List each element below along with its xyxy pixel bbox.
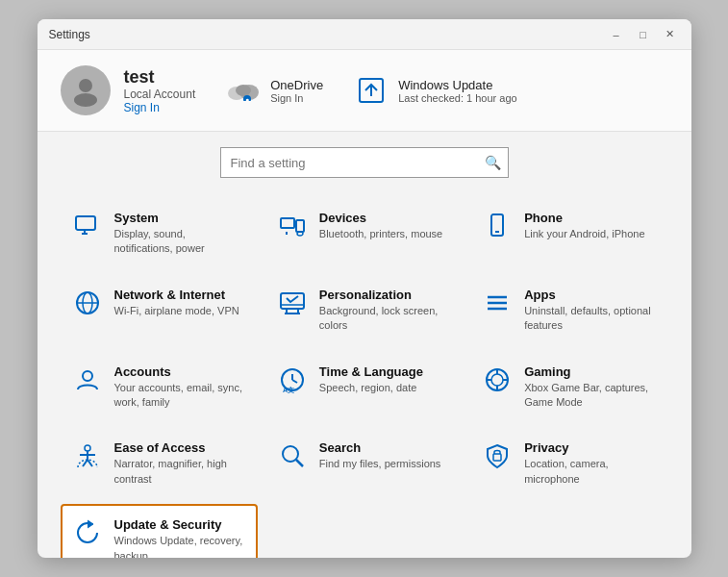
profile-account-type: Local Account [124, 88, 196, 101]
network-title: Network & Internet [114, 288, 239, 302]
phone-icon [482, 211, 513, 241]
settings-item-ease[interactable]: Ease of Access Narrator, magnifier, high… [61, 427, 258, 500]
settings-item-update[interactable]: Update & Security Windows Update, recove… [61, 504, 258, 558]
privacy-title: Privacy [524, 440, 656, 455]
ease-desc: Narrator, magnifier, high contrast [114, 457, 246, 487]
close-button[interactable]: ✕ [661, 25, 680, 44]
windows-update-icon [354, 73, 389, 108]
search-input[interactable] [220, 147, 509, 178]
ease-icon [72, 440, 103, 471]
personalization-text: Personalization Background, lock screen,… [319, 288, 451, 334]
svg-text:A文: A文 [283, 386, 294, 393]
main-content: 🔍 System Display, sound, notifications, … [38, 132, 691, 558]
devices-title: Devices [319, 211, 442, 225]
accounts-icon [72, 364, 103, 395]
svg-text:●: ● [245, 96, 249, 101]
profile-signin-link[interactable]: Sign In [124, 101, 196, 114]
network-text: Network & Internet Wi-Fi, airplane mode,… [114, 288, 239, 318]
ease-title: Ease of Access [114, 440, 246, 455]
onedrive-text: OneDrive Sign In [270, 78, 323, 104]
profile-name: test [124, 67, 196, 88]
privacy-text: Privacy Location, camera, microphone [524, 440, 656, 487]
settings-grid: System Display, sound, notifications, po… [61, 197, 668, 558]
avatar [61, 65, 111, 115]
title-bar: Settings – □ ✕ [38, 19, 691, 50]
accounts-text: Accounts Your accounts, email, sync, wor… [114, 364, 246, 411]
minimize-button[interactable]: – [607, 25, 626, 44]
search-settings-icon [277, 440, 308, 471]
time-icon: A文 [277, 364, 308, 395]
network-desc: Wi-Fi, airplane mode, VPN [114, 304, 239, 318]
profile-text: test Local Account Sign In [124, 67, 196, 114]
apps-desc: Uninstall, defaults, optional features [524, 304, 656, 334]
gaming-title: Gaming [524, 364, 656, 379]
windows-update-service[interactable]: Windows Update Last checked: 1 hour ago [354, 73, 517, 108]
search-settings-title: Search [319, 440, 441, 455]
svg-rect-9 [76, 216, 95, 230]
system-icon [72, 211, 103, 241]
maximize-button[interactable]: □ [634, 25, 653, 44]
personalization-desc: Background, lock screen, colors [319, 304, 451, 334]
system-title: System [114, 211, 246, 225]
phone-text: Phone Link your Android, iPhone [524, 211, 644, 241]
onedrive-service[interactable]: ● OneDrive Sign In [226, 73, 323, 108]
svg-point-1 [74, 93, 97, 107]
svg-line-32 [292, 380, 297, 383]
search-icon: 🔍 [485, 155, 501, 170]
system-text: System Display, sound, notifications, po… [114, 211, 246, 257]
svg-rect-12 [281, 218, 294, 228]
settings-item-search[interactable]: Search Find my files, permissions [265, 427, 463, 500]
svg-point-4 [236, 85, 251, 96]
windows-update-sub: Last checked: 1 hour ago [398, 92, 517, 104]
onedrive-sub: Sign In [270, 92, 323, 104]
search-wrapper: 🔍 [220, 147, 509, 178]
privacy-desc: Location, camera, microphone [524, 457, 656, 487]
svg-line-44 [88, 460, 92, 466]
system-desc: Display, sound, notifications, power [114, 227, 246, 257]
update-text: Update & Security Windows Update, recove… [114, 517, 246, 558]
settings-item-gaming[interactable]: Gaming Xbox Game Bar, captures, Game Mod… [470, 351, 667, 424]
update-desc: Windows Update, recovery, backup [114, 534, 246, 558]
settings-item-devices[interactable]: Devices Bluetooth, printers, mouse [265, 197, 463, 270]
settings-item-privacy[interactable]: Privacy Location, camera, microphone [470, 427, 667, 500]
settings-item-apps[interactable]: Apps Uninstall, defaults, optional featu… [470, 274, 667, 347]
windows-update-text: Windows Update Last checked: 1 hour ago [398, 78, 517, 104]
personalization-icon [277, 288, 308, 318]
svg-point-40 [85, 445, 90, 451]
personalization-title: Personalization [319, 288, 451, 302]
update-icon [72, 517, 103, 548]
svg-point-0 [79, 79, 92, 92]
time-title: Time & Language [319, 364, 423, 379]
time-text: Time & Language Speech, region, date [319, 364, 423, 395]
svg-point-35 [491, 374, 503, 386]
svg-rect-47 [493, 454, 501, 461]
onedrive-icon: ● [226, 73, 261, 108]
network-icon [72, 288, 103, 318]
onedrive-name: OneDrive [270, 78, 323, 92]
devices-icon [277, 211, 308, 241]
ease-text: Ease of Access Narrator, magnifier, high… [114, 440, 246, 487]
gaming-desc: Xbox Game Bar, captures, Game Mode [524, 381, 656, 411]
privacy-icon [482, 440, 513, 471]
settings-item-accounts[interactable]: Accounts Your accounts, email, sync, wor… [61, 351, 258, 424]
gaming-icon [482, 364, 513, 395]
settings-item-network[interactable]: Network & Internet Wi-Fi, airplane mode,… [61, 274, 258, 347]
window-title: Settings [49, 28, 607, 41]
settings-item-system[interactable]: System Display, sound, notifications, po… [61, 197, 258, 270]
search-bar: 🔍 [61, 147, 668, 178]
accounts-title: Accounts [114, 364, 246, 379]
svg-point-29 [83, 371, 92, 381]
settings-item-time[interactable]: A文 Time & Language Speech, region, date [265, 351, 463, 424]
settings-item-phone[interactable]: Phone Link your Android, iPhone [470, 197, 667, 270]
svg-point-15 [297, 232, 303, 236]
window-controls: – □ ✕ [607, 25, 680, 44]
devices-desc: Bluetooth, printers, mouse [319, 227, 442, 241]
time-desc: Speech, region, date [319, 381, 423, 395]
settings-item-personalization[interactable]: Personalization Background, lock screen,… [265, 274, 463, 347]
phone-title: Phone [524, 211, 644, 225]
gaming-text: Gaming Xbox Game Bar, captures, Game Mod… [524, 364, 656, 411]
svg-line-46 [296, 460, 303, 466]
profile-info: test Local Account Sign In [61, 65, 196, 115]
svg-point-45 [283, 446, 298, 462]
apps-icon [482, 288, 513, 318]
